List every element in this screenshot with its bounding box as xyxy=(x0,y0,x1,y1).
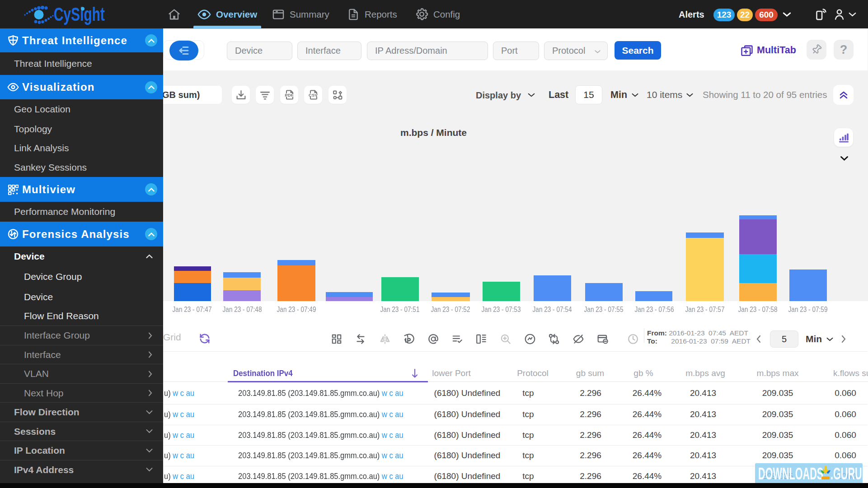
svg-text:CySight: CySight xyxy=(54,4,105,25)
